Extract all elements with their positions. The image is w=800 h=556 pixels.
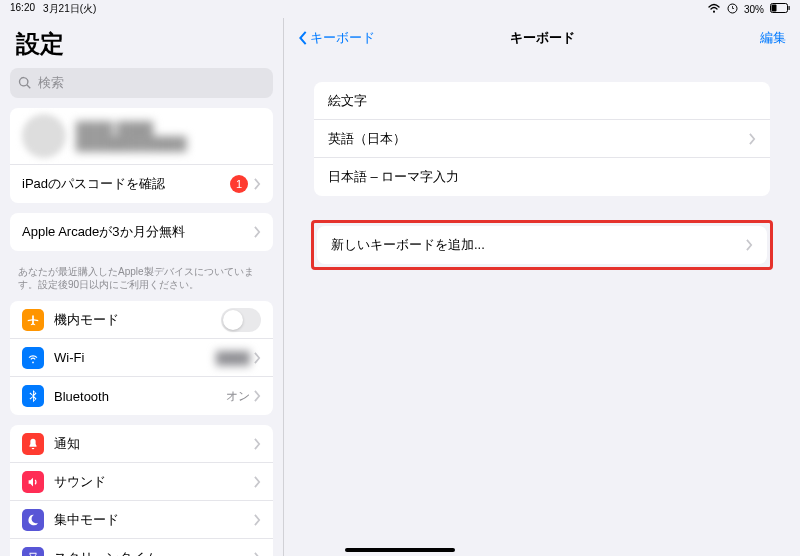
airplane-mode-row[interactable]: 機内モード [10,301,273,339]
home-indicator[interactable] [345,548,455,552]
svg-rect-3 [772,5,777,12]
moon-icon [22,509,44,531]
bluetooth-icon [22,385,44,407]
chevron-right-icon [749,133,756,145]
chevron-right-icon [254,438,261,450]
search-icon [18,76,32,90]
speaker-icon [22,471,44,493]
keyboard-item-emoji[interactable]: 絵文字 [314,82,770,120]
screentime-row[interactable]: スクリーンタイム [10,539,273,556]
chevron-left-icon [298,30,308,46]
highlight-annotation: 新しいキーボードを追加... [311,220,773,270]
edit-button[interactable]: 編集 [760,29,786,47]
keyboard-item-japanese[interactable]: 日本語 – ローマ字入力 [314,158,770,196]
settings-title: 設定 [0,18,283,68]
arcade-row[interactable]: Apple Arcadeが3か月分無料 [10,213,273,251]
detail-pane: キーボード キーボード 編集 絵文字 英語（日本） 日本語 – ローマ字入力 新… [284,18,800,556]
passcode-row[interactable]: iPadのパスコードを確認 1 [10,165,273,203]
status-time: 16:20 [10,2,35,16]
hourglass-icon [22,547,44,556]
bluetooth-row[interactable]: Bluetooth オン [10,377,273,415]
settings-sidebar: 設定 検索 ████ ████████████████ iPadのパスコードを確… [0,18,284,556]
add-keyboard-row[interactable]: 新しいキーボードを追加... [317,226,767,264]
focus-row[interactable]: 集中モード [10,501,273,539]
battery-percent: 30% [744,4,764,15]
avatar [22,114,66,158]
apple-id-row[interactable]: ████ ████████████████ [10,108,273,165]
wifi-network: ████ [216,351,250,365]
rotation-lock-icon [727,3,738,16]
bell-icon [22,433,44,455]
notifications-row[interactable]: 通知 [10,425,273,463]
chevron-right-icon [254,226,261,238]
badge: 1 [230,175,248,193]
wifi-icon [707,3,721,15]
airplane-toggle[interactable] [221,308,261,332]
chevron-right-icon [254,552,261,556]
keyboard-item-english[interactable]: 英語（日本） [314,120,770,158]
arcade-footnote: あなたが最近購入したApple製デバイスについています。設定後90日以内にご利用… [0,261,283,291]
chevron-right-icon [254,178,261,190]
search-input[interactable]: 検索 [10,68,273,98]
chevron-right-icon [254,352,261,364]
keyboard-list: 絵文字 英語（日本） 日本語 – ローマ字入力 [314,82,770,196]
navbar: キーボード キーボード 編集 [284,18,800,58]
status-bar: 16:20 3月21日(火) 30% [0,0,800,18]
chevron-right-icon [746,239,753,251]
back-button[interactable]: キーボード [298,29,375,47]
airplane-icon [22,309,44,331]
battery-icon [770,3,790,15]
status-date: 3月21日(火) [43,2,96,16]
chevron-right-icon [254,390,261,402]
page-title: キーボード [510,29,575,47]
wifi-settings-icon [22,347,44,369]
svg-rect-4 [789,6,790,10]
wifi-row[interactable]: Wi-Fi ████ [10,339,273,377]
sound-row[interactable]: サウンド [10,463,273,501]
apple-id-name: ████ ████████████████ [76,121,261,151]
svg-point-0 [713,11,715,13]
search-placeholder: 検索 [38,74,64,92]
chevron-right-icon [254,476,261,488]
chevron-right-icon [254,514,261,526]
